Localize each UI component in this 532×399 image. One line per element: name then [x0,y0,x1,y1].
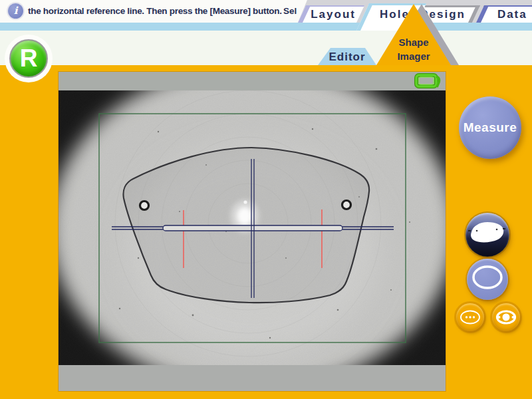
tab-data[interactable]: Data [476,5,532,23]
ellipse-three-dots-icon [456,303,484,331]
camera-top-bar [59,72,446,90]
info-message: the horizontal reference line. Then pres… [28,0,282,23]
shape-imager-line2: Imager [376,49,451,63]
accent-strip [0,23,532,31]
camera-live-view [59,90,446,365]
lens-view-button[interactable] [466,213,509,257]
tab-layout[interactable]: Layout [298,5,364,23]
lens-silhouette-icon [466,213,509,257]
lens-hole-right [342,201,351,209]
ellipse-view-button[interactable] [467,259,508,300]
camera-image-area [59,72,446,391]
r-side-button[interactable]: R [9,39,48,78]
info-icon: i [8,3,23,19]
measure-button[interactable]: Measure [459,96,521,159]
tab-data-label: Data [485,7,532,22]
lens-hole-left [140,201,149,210]
info-message-trailing: Sel [283,0,297,23]
camera-bottom-bar [59,365,446,391]
shape-imager-line1: Shape [376,35,451,49]
ellipse-outline-icon [467,259,508,300]
slot-marker [163,225,342,231]
glasses-icon[interactable] [414,72,442,90]
subtab-shape-imager-label: Shape Imager [376,4,451,65]
hole-dots-button[interactable] [456,303,484,331]
tab-layout-label: Layout [307,7,360,23]
hole-center-dot-button[interactable] [492,303,520,331]
ellipse-center-dot-icon [492,303,520,331]
